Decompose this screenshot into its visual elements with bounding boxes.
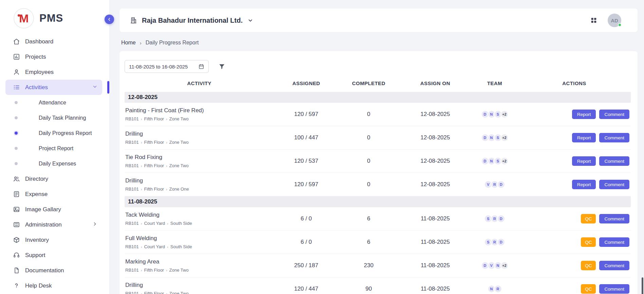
team-member-avatar[interactable]: R <box>494 285 502 293</box>
sidebar-item-image-gallary[interactable]: Image Gallary <box>5 202 102 217</box>
filter-icon[interactable] <box>218 63 225 70</box>
chevron-right-icon: › <box>166 140 167 144</box>
sidebar-item-label: Administration <box>25 221 62 228</box>
sidebar-item-dashboard[interactable]: Dashboard <box>5 34 102 49</box>
row-actions: ReportComment <box>518 110 631 119</box>
activity-path-segment: Zone Two <box>169 163 189 168</box>
activities-icon <box>13 84 20 91</box>
sidebar-item-support[interactable]: Support <box>5 248 102 263</box>
assigned-value: 6 / 0 <box>274 215 338 222</box>
team-avatars: DVN+2 <box>472 261 518 270</box>
sidebar-item-label: Expense <box>25 191 48 198</box>
comment-button[interactable]: Comment <box>599 237 629 247</box>
chevron-right-icon: › <box>166 292 167 294</box>
comment-button[interactable]: Comment <box>599 180 629 189</box>
qc-button[interactable]: QC <box>581 237 596 247</box>
sidebar-subitem-daily-progress-report[interactable]: Daily Progress Report <box>5 125 102 141</box>
comment-button[interactable]: Comment <box>599 214 629 223</box>
sidebar-subitem-project-report[interactable]: Project Report <box>5 141 102 156</box>
activity-title: Marking Area <box>125 258 274 265</box>
comment-button[interactable]: Comment <box>599 284 629 294</box>
apps-grid-icon[interactable] <box>590 17 597 24</box>
sidebar-subitem-daily-expenses[interactable]: Daily Expenses <box>5 156 102 171</box>
support-icon <box>13 252 20 259</box>
bullet-icon <box>15 132 18 135</box>
sidebar-subitem-daily-task-planning[interactable]: Daily Task Planning <box>5 110 102 125</box>
chevron-right-icon: › <box>141 117 142 121</box>
filter-row: 11-08-2025 to 16-08-2025 <box>125 60 631 73</box>
team-avatars: VRD <box>472 180 518 189</box>
company-selector[interactable]: Raja Bahadur International Ltd. <box>130 17 253 24</box>
comment-button[interactable]: Comment <box>599 156 629 166</box>
activity-title: Tack Welding <box>125 212 274 218</box>
qc-button[interactable]: QC <box>581 284 596 294</box>
team-extra-badge[interactable]: +2 <box>500 110 509 118</box>
activity-path: RB101›Fifth Floor›Zone Two <box>125 140 274 145</box>
sidebar-item-expense[interactable]: Expense <box>5 187 102 202</box>
sidebar-item-directory[interactable]: Directory <box>5 171 102 187</box>
comment-button[interactable]: Comment <box>599 261 629 270</box>
expense-icon <box>13 191 20 198</box>
sidebar-item-activities[interactable]: Activities <box>5 80 102 95</box>
team-extra-badge[interactable]: +2 <box>500 157 509 165</box>
activity-title: Painting - First Coat (Fire Red) <box>125 107 274 114</box>
date-range-input[interactable]: 11-08-2025 to 16-08-2025 <box>125 60 209 73</box>
sidebar-nav: DashboardProjectsEmployeesActivitiesAtte… <box>0 34 109 293</box>
team-avatars: DNS+2 <box>472 157 518 165</box>
sidebar-subitem-label: Daily Task Planning <box>39 115 86 121</box>
assign-on-value: 12-08-2025 <box>399 181 472 188</box>
sidebar-item-help-desk[interactable]: Help Desk <box>5 278 102 293</box>
breadcrumb-current: Daily Progress Report <box>146 40 199 46</box>
qc-button[interactable]: QC <box>581 214 596 223</box>
sidebar-item-label: Directory <box>25 176 48 182</box>
comment-button[interactable]: Comment <box>599 133 629 142</box>
comment-button[interactable]: Comment <box>599 110 629 119</box>
report-button[interactable]: Report <box>572 133 596 142</box>
team-extra-badge[interactable]: +2 <box>500 261 509 270</box>
team-avatars: DNS+2 <box>472 134 518 142</box>
activity-row: DrillingRB101›Fifth Floor›Zone One120 / … <box>125 173 631 196</box>
activity-path-segment: Zone Two <box>169 291 189 294</box>
sidebar-item-administration[interactable]: Administration <box>5 217 102 232</box>
chevron-right-icon: › <box>166 268 167 272</box>
logo-icon: M <box>14 8 34 28</box>
qc-button[interactable]: QC <box>581 261 596 270</box>
activity-path-segment: RB101 <box>125 116 139 121</box>
team-extra-badge[interactable]: +2 <box>500 134 509 142</box>
sidebar-collapse-button[interactable] <box>105 15 114 24</box>
sidebar-subitem-attendance[interactable]: Attendance <box>5 95 102 110</box>
sidebar-item-documentation[interactable]: Documentation <box>5 263 102 278</box>
activity-path-segment: Fifth Floor <box>144 163 164 168</box>
chevron-right-icon: › <box>141 164 142 168</box>
sidebar-item-projects[interactable]: Projects <box>5 49 102 64</box>
assign-on-value: 11-08-2025 <box>399 239 472 246</box>
sidebar-item-label: Support <box>25 252 45 259</box>
chevron-right-icon: › <box>140 40 142 46</box>
employees-icon <box>13 68 20 76</box>
online-status-dot <box>618 23 622 27</box>
team-avatars: SRD <box>472 238 518 246</box>
sidebar-subitem-label: Daily Progress Report <box>39 130 92 136</box>
breadcrumb-home[interactable]: Home <box>121 40 136 46</box>
report-button[interactable]: Report <box>572 156 596 166</box>
report-button[interactable]: Report <box>572 110 596 119</box>
team-member-avatar[interactable]: D <box>497 180 505 189</box>
chevron-right-icon: › <box>141 140 142 144</box>
team-member-avatar[interactable]: D <box>497 215 505 223</box>
app-logo: M PMS <box>0 0 109 28</box>
activity-row: Tack WeldingRB101›Court Yard›South Side6… <box>125 207 631 231</box>
user-avatar[interactable]: AD <box>608 14 621 27</box>
sidebar-item-inventory[interactable]: Inventory <box>5 232 102 248</box>
sidebar-item-employees[interactable]: Employees <box>5 64 102 80</box>
chevron-left-icon <box>107 17 112 22</box>
assign-on-value: 11-08-2025 <box>399 286 472 292</box>
chevron-down-icon <box>92 84 97 91</box>
activity-path-segment: RB101 <box>125 221 139 226</box>
sidebar-item-label: Employees <box>25 69 54 76</box>
completed-value: 0 <box>338 111 399 118</box>
activity-title: Drilling <box>125 131 274 137</box>
report-button[interactable]: Report <box>572 180 596 189</box>
team-member-avatar[interactable]: D <box>497 238 505 246</box>
active-indicator <box>107 81 109 94</box>
scrollbar-thumb[interactable] <box>642 277 643 294</box>
